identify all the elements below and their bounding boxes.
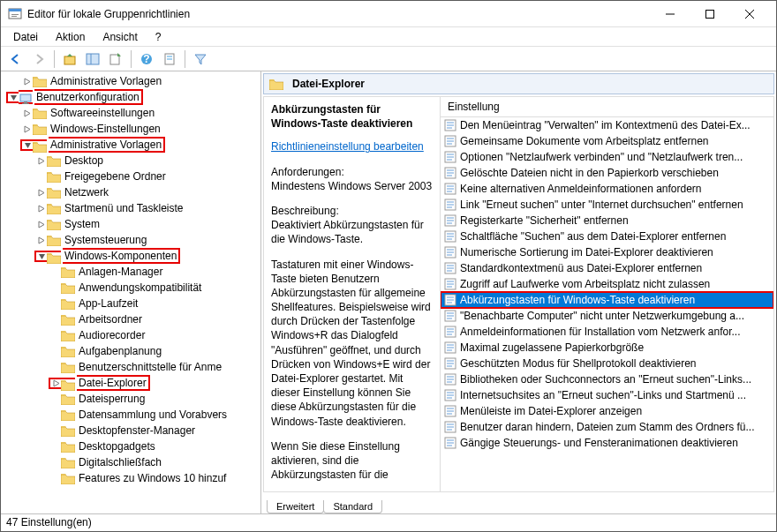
chevron-right-icon[interactable]	[34, 205, 47, 213]
chevron-right-icon[interactable]	[34, 189, 47, 197]
setting-label: Zugriff auf Laufwerke vom Arbeitsplatz n…	[460, 278, 710, 290]
tree-item-attachment_mgr[interactable]: Anlagen-Manager	[1, 264, 260, 280]
tree-item-digital_locker[interactable]: Digitalschließfach	[1, 454, 260, 470]
setting-row[interactable]: Optionen "Netzlaufwerk verbinden" und "N…	[441, 149, 773, 165]
setting-label: Link "Erneut suchen" unter "Internet dur…	[460, 199, 743, 211]
column-header-setting[interactable]: Einstellung	[441, 97, 773, 117]
setting-row[interactable]: Gemeinsame Dokumente vom Arbeitsplatz en…	[441, 133, 773, 149]
tree-item-system[interactable]: System	[1, 216, 260, 232]
tree-item-windows_settings[interactable]: Windows-Einstellungen	[1, 121, 260, 137]
setting-row[interactable]: Gelöschte Dateien nicht in den Papierkor…	[441, 165, 773, 181]
policy-icon	[444, 437, 456, 449]
chevron-right-icon[interactable]	[34, 236, 47, 244]
tree-item-gadgets[interactable]: Desktopgadgets	[1, 438, 260, 454]
maximize-button[interactable]	[690, 1, 729, 27]
tree-item-desktop[interactable]: Desktop	[1, 153, 260, 169]
tree-item-app_runtime[interactable]: App-Laufzeit	[1, 296, 260, 311]
help-button[interactable]: ?	[137, 49, 156, 69]
chevron-right-icon[interactable]	[20, 109, 33, 117]
setting-row[interactable]: Den Menüeintrag "Verwalten" im Kontextme…	[441, 117, 773, 133]
setting-row[interactable]: Menüleiste im Datei-Explorer anzeigen	[441, 403, 773, 419]
tree-item-label: Arbeitsordner	[79, 313, 142, 326]
tab-standard[interactable]: Standard	[323, 500, 382, 513]
tree-item-label: Freigegebene Ordner	[64, 170, 166, 183]
chevron-down-icon[interactable]	[34, 251, 47, 262]
chevron-right-icon[interactable]	[34, 157, 47, 165]
setting-row[interactable]: Numerische Sortierung im Datei-Explorer …	[441, 244, 773, 260]
chevron-right-icon[interactable]	[34, 221, 47, 229]
setting-row[interactable]: Maximal zugelassene Papierkorbgröße	[441, 340, 773, 356]
setting-row[interactable]: Abkürzungstasten für Windows-Taste deakt…	[441, 292, 773, 308]
setting-row[interactable]: Gängige Steuerungs- und Fensteranimation…	[441, 435, 773, 451]
minimize-button[interactable]	[650, 1, 690, 27]
description-long-2: Wenn Sie diese Einstellung aktivieren, s…	[271, 439, 433, 483]
menu-file[interactable]: Datei	[6, 29, 45, 45]
setting-row[interactable]: Internetsuchsites an "Erneut suchen"-Lin…	[441, 387, 773, 403]
tree-item-data_collection[interactable]: Datensammlung und Vorabvers	[1, 407, 260, 423]
setting-row[interactable]: Benutzer daran hindern, Dateien zum Stam…	[441, 419, 773, 435]
forward-button[interactable]	[29, 49, 49, 69]
tree-item-dwm[interactable]: Desktopfenster-Manager	[1, 423, 260, 438]
folder-icon	[33, 108, 47, 119]
tree-item-app_compat[interactable]: Anwendungskompatibilität	[1, 280, 260, 296]
export-button[interactable]	[106, 49, 125, 69]
settings-list[interactable]: Einstellung Den Menüeintrag "Verwalten" …	[441, 97, 773, 491]
tree-item-label: Dateisperrung	[79, 393, 145, 405]
setting-row[interactable]: Geschützten Modus für Shellprotokoll dea…	[441, 356, 773, 371]
setting-row[interactable]: Link "Erneut suchen" unter "Internet dur…	[441, 197, 773, 213]
up-button[interactable]	[60, 49, 79, 69]
show-hide-tree-button[interactable]	[83, 49, 102, 69]
tree-item-control_panel[interactable]: Systemsteuerung	[1, 232, 260, 248]
tree-pane[interactable]: Administrative VorlagenBenutzerkonfigura…	[1, 71, 261, 513]
chevron-right-icon[interactable]	[20, 78, 33, 86]
edit-policy-link[interactable]: Richtlinieneinstellung bearbeiten	[271, 139, 433, 154]
properties-button[interactable]	[160, 49, 179, 69]
tree-item-startmenu[interactable]: Startmenü und Taskleiste	[1, 200, 260, 216]
tree-item-user_config[interactable]: Benutzerkonfiguration	[1, 89, 260, 105]
folder-icon	[61, 457, 75, 468]
titlebar: Editor für lokale Gruppenrichtlinien	[1, 1, 776, 27]
setting-row[interactable]: Registerkarte "Sicherheit" entfernen	[441, 213, 773, 229]
setting-row[interactable]: Schaltfläche "Suchen" aus dem Datei-Expl…	[441, 229, 773, 244]
setting-label: Registerkarte "Sicherheit" entfernen	[460, 214, 629, 227]
tab-extended[interactable]: Erweitert	[267, 500, 324, 513]
back-button[interactable]	[6, 49, 26, 69]
menu-help[interactable]: ?	[148, 29, 169, 45]
menu-view[interactable]: Ansicht	[95, 29, 144, 45]
tree-item-label: Administrative Vorlagen	[49, 137, 165, 153]
tree-item-admin_templates[interactable]: Administrative Vorlagen	[1, 73, 260, 89]
tree-item-file_explorer[interactable]: Datei-Explorer	[1, 375, 260, 391]
close-button[interactable]	[729, 1, 769, 27]
chevron-right-icon[interactable]	[49, 378, 61, 389]
tree-item-network[interactable]: Netzwerk	[1, 184, 260, 200]
tree-item-work_folders[interactable]: Arbeitsordner	[1, 311, 260, 327]
setting-row[interactable]: Zugriff auf Laufwerke vom Arbeitsplatz n…	[441, 276, 773, 292]
tree-item-win10_features[interactable]: Features zu Windows 10 hinzuf	[1, 470, 260, 486]
setting-label: Internetsuchsites an "Erneut suchen"-Lin…	[460, 389, 746, 401]
folder-icon	[61, 441, 75, 453]
setting-row[interactable]: Bibliotheken oder Suchconnectors an "Ern…	[441, 371, 773, 387]
setting-row[interactable]: "Benachbarte Computer" nicht unter Netzw…	[441, 308, 773, 324]
setting-label: Anmeldeinformationen für Installation vo…	[460, 326, 740, 338]
tree-item-ui_credprov[interactable]: Benutzerschnittstelle für Anme	[1, 359, 260, 375]
setting-label: Numerische Sortierung im Datei-Explorer …	[460, 246, 713, 259]
menu-action[interactable]: Aktion	[49, 29, 92, 45]
setting-row[interactable]: Keine alternativen Anmeldeinformationen …	[441, 181, 773, 197]
folder-icon	[61, 409, 75, 421]
tree-item-task_sched[interactable]: Aufgabenplanung	[1, 343, 260, 359]
setting-row[interactable]: Anmeldeinformationen für Installation vo…	[441, 324, 773, 340]
chevron-down-icon[interactable]	[20, 139, 33, 151]
tree-item-shared_folders[interactable]: Freigegebene Ordner	[1, 169, 260, 184]
tree-item-audio_rec[interactable]: Audiorecorder	[1, 327, 260, 343]
filter-button[interactable]	[191, 49, 210, 69]
tree-item-software[interactable]: Softwareeinstellungen	[1, 105, 260, 121]
chevron-right-icon[interactable]	[20, 125, 33, 133]
tree-item-file_lock[interactable]: Dateisperrung	[1, 391, 260, 407]
tree-item-win_components[interactable]: Windows-Komponenten	[1, 248, 260, 264]
setting-row[interactable]: Standardkontextmenü aus Datei-Explorer e…	[441, 260, 773, 276]
tree-item-admin_templates2[interactable]: Administrative Vorlagen	[1, 137, 260, 153]
svg-rect-3	[11, 16, 17, 17]
chevron-down-icon[interactable]	[6, 92, 19, 103]
policy-icon	[444, 294, 456, 306]
folder-icon	[33, 76, 47, 87]
